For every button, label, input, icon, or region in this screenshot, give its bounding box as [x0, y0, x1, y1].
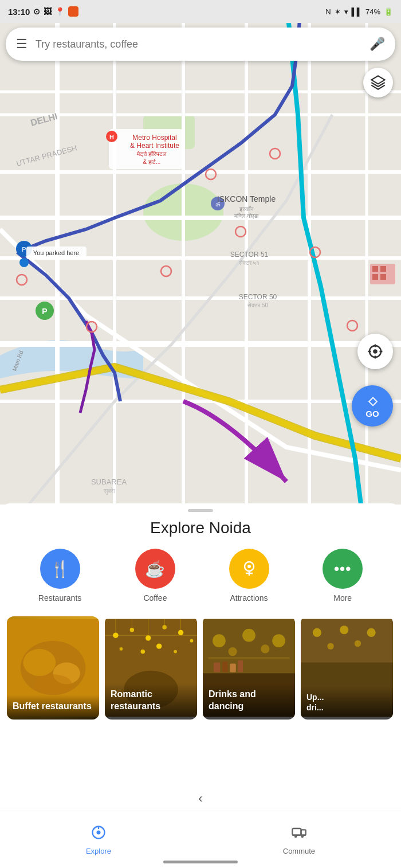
- svg-text:सेक्टर 50: सेक्टर 50: [247, 302, 268, 308]
- orange-icon: [68, 6, 78, 17]
- battery-display: 74%: [365, 7, 380, 16]
- category-icon-more: •••: [323, 549, 363, 589]
- svg-point-86: [156, 643, 162, 648]
- sheet-handle[interactable]: [188, 509, 213, 512]
- category-label-more: More: [333, 593, 352, 603]
- svg-text:P: P: [22, 246, 26, 253]
- svg-point-112: [367, 628, 376, 637]
- back-button[interactable]: ‹: [198, 791, 202, 806]
- svg-point-114: [355, 640, 361, 647]
- image-icon: 🖼: [44, 7, 52, 16]
- svg-rect-107: [238, 660, 243, 672]
- svg-text:You parked here: You parked here: [33, 249, 79, 256]
- category-item-attractions[interactable]: Attractions: [229, 549, 269, 603]
- svg-text:P: P: [42, 307, 47, 316]
- card-overlay-4: Up...dri...: [301, 686, 393, 720]
- category-item-restaurants[interactable]: 🍴 Restaurants: [38, 549, 81, 603]
- battery-icon: 🔋: [384, 7, 393, 16]
- svg-text:H: H: [109, 134, 114, 140]
- go-direction-icon: ◇: [368, 394, 377, 408]
- go-label: GO: [365, 409, 379, 419]
- bluetooth-icon: ✶: [335, 7, 341, 16]
- svg-point-33: [19, 258, 29, 267]
- svg-text:& Heart Institute: & Heart Institute: [130, 142, 179, 150]
- category-icon-coffee: ☕: [135, 549, 175, 589]
- svg-point-101: [229, 647, 237, 656]
- card-buffet-restaurants[interactable]: Buffet restaurants: [7, 616, 99, 720]
- svg-point-85: [141, 650, 146, 654]
- nfc-icon: N: [325, 7, 331, 16]
- category-item-coffee[interactable]: ☕ Coffee: [135, 549, 175, 603]
- svg-text:सुबरेा: सुबरेा: [103, 487, 115, 495]
- svg-text:Metro Hospital: Metro Hospital: [132, 134, 176, 142]
- svg-rect-120: [301, 830, 305, 835]
- svg-point-113: [327, 643, 333, 649]
- svg-rect-119: [292, 828, 301, 835]
- svg-rect-53: [372, 266, 378, 272]
- home-indicator: [163, 861, 238, 863]
- nav-item-commute[interactable]: Commute: [283, 824, 315, 855]
- nav-label-explore: Explore: [86, 847, 111, 855]
- svg-rect-103: [208, 657, 289, 659]
- svg-point-60: [373, 349, 378, 354]
- explore-title: Explore Noida: [0, 519, 401, 537]
- svg-point-122: [294, 835, 297, 838]
- svg-rect-56: [380, 274, 386, 280]
- svg-text:SUBAREA: SUBAREA: [91, 478, 127, 486]
- wifi-icon: ▾: [344, 7, 348, 16]
- search-bar[interactable]: ☰ 🎤: [6, 28, 395, 61]
- svg-point-117: [96, 830, 100, 834]
- svg-text:ISKCON Temple: ISKCON Temple: [217, 194, 276, 204]
- svg-text:& हार्ट...: & हार्ट...: [143, 159, 161, 165]
- svg-rect-54: [380, 266, 386, 272]
- card-romantic-restaurants[interactable]: Romantic restaurants: [105, 616, 197, 720]
- svg-rect-105: [222, 662, 227, 672]
- category-label-coffee: Coffee: [143, 593, 167, 603]
- map-area[interactable]: DELHI UTTAR PRADESH H Metro Hospital & H…: [0, 0, 401, 505]
- bottom-sheet: Explore Noida 🍴 Restaurants ☕ Coffee Att…: [0, 503, 401, 720]
- svg-rect-104: [214, 663, 220, 672]
- hamburger-icon[interactable]: ☰: [16, 37, 27, 52]
- card-overlay-3: Drinks and dancing: [203, 683, 295, 720]
- svg-rect-55: [372, 274, 378, 280]
- svg-text:इस्कॉन: इस्कॉन: [239, 206, 254, 212]
- nav-label-commute: Commute: [283, 847, 315, 855]
- camera-icon: ⊙: [33, 7, 40, 16]
- explore-nav-icon: [91, 824, 107, 844]
- svg-point-75: [34, 674, 72, 694]
- category-icon-attractions: [229, 549, 269, 589]
- svg-point-102: [261, 644, 269, 653]
- svg-text:मन्दिर नोएडा: मन्दिर नोएडा: [234, 213, 259, 219]
- category-item-more[interactable]: ••• More: [323, 549, 363, 603]
- svg-text:सेक्टर ५१: सेक्टर ५१: [238, 260, 260, 266]
- svg-text:SECTOR 50: SECTOR 50: [239, 293, 277, 301]
- status-right: N ✶ ▾ ▌▌ 74% 🔋: [325, 7, 393, 16]
- time-display: 13:10: [8, 7, 30, 17]
- signal-icon: ▌▌: [352, 7, 362, 16]
- layer-toggle-button[interactable]: [363, 68, 393, 97]
- svg-rect-106: [230, 663, 235, 672]
- svg-point-73: [23, 649, 56, 676]
- commute-nav-icon: [291, 824, 307, 844]
- category-label-restaurants: Restaurants: [38, 593, 81, 603]
- mic-icon[interactable]: 🎤: [369, 37, 385, 52]
- go-button[interactable]: ◇ GO: [352, 385, 393, 427]
- svg-point-110: [313, 628, 321, 637]
- location-icon: 📍: [55, 7, 65, 16]
- card-label-drinks: Drinks and dancing: [209, 689, 256, 711]
- bottom-nav: Explore Commute: [0, 811, 401, 868]
- svg-point-123: [301, 835, 304, 838]
- svg-point-99: [242, 629, 255, 642]
- nav-item-explore[interactable]: Explore: [86, 824, 111, 855]
- card-upscale[interactable]: Up...dri...: [301, 616, 393, 720]
- svg-text:मेट्रो हॉस्पिटल: मेट्रो हॉस्पिटल: [136, 151, 167, 158]
- card-label-upscale: Up...dri...: [306, 693, 324, 712]
- svg-point-111: [340, 625, 348, 634]
- category-row: 🍴 Restaurants ☕ Coffee Attractions ••• M…: [0, 549, 401, 603]
- card-label-romantic: Romantic restaurants: [111, 689, 160, 711]
- card-drinks-dancing[interactable]: Drinks and dancing: [203, 616, 295, 720]
- location-button[interactable]: [357, 334, 393, 369]
- card-label-buffet: Buffet restaurants: [13, 701, 92, 711]
- svg-point-70: [247, 565, 251, 568]
- search-input[interactable]: [36, 38, 369, 50]
